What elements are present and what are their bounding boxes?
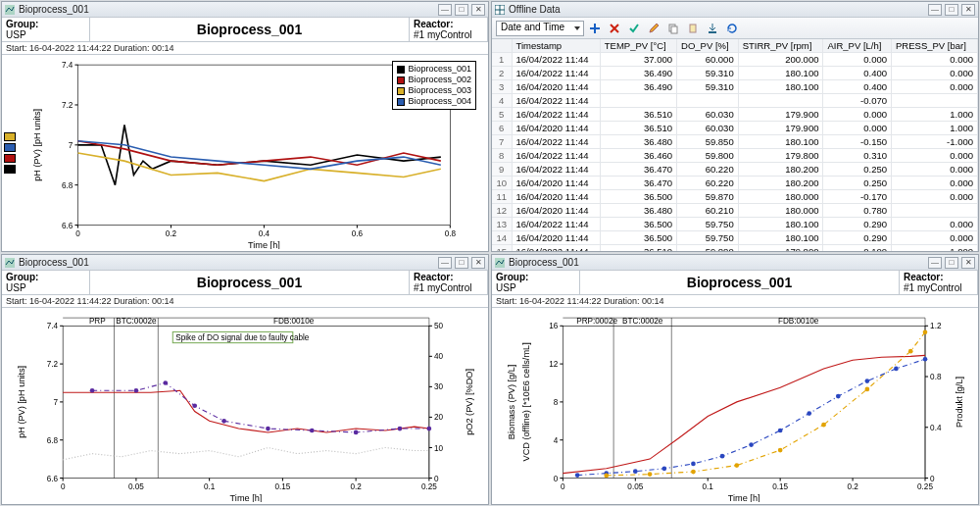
time-mode-select[interactable]: Date and Time — [496, 21, 584, 36]
svg-text:PRP:0002e: PRP:0002e — [576, 317, 617, 326]
import-icon[interactable] — [704, 20, 721, 37]
minimize-button[interactable]: ― — [438, 4, 452, 16]
group-label: Group: — [6, 19, 85, 29]
panel-titlebar[interactable]: Offline Data ― □ ✕ — [492, 2, 978, 18]
svg-text:0.4: 0.4 — [259, 229, 270, 238]
svg-text:10: 10 — [434, 444, 444, 453]
close-button[interactable]: ✕ — [471, 257, 485, 269]
svg-text:0: 0 — [561, 482, 565, 491]
close-button[interactable]: ✕ — [961, 257, 975, 269]
panel-title-text: Bioprocess_001 — [19, 4, 438, 15]
svg-point-86 — [354, 430, 359, 435]
svg-text:50: 50 — [434, 322, 444, 330]
svg-text:0: 0 — [61, 482, 66, 491]
svg-text:0.25: 0.25 — [917, 482, 933, 491]
svg-rect-89 — [495, 258, 505, 268]
svg-text:6.6: 6.6 — [62, 222, 74, 230]
panel-titlebar[interactable]: Bioprocess_001 ― □ ✕ — [2, 255, 488, 271]
process-subheader: Start: 16-04-2022 11:44:22 Duration: 00:… — [492, 295, 978, 308]
svg-rect-32 — [63, 326, 429, 478]
svg-point-80 — [134, 388, 139, 393]
reactor-label: Reactor: — [414, 272, 483, 282]
svg-text:Time [h]: Time [h] — [230, 493, 263, 502]
paste-icon[interactable] — [684, 20, 702, 37]
offline-toolbar: Date and Time — [492, 18, 978, 39]
group-value: USP — [6, 29, 85, 40]
minimize-button[interactable]: ― — [438, 257, 452, 269]
reactor-label: Reactor: — [904, 272, 973, 282]
svg-point-142 — [865, 379, 870, 383]
accept-icon[interactable] — [625, 20, 643, 37]
process-title: Bioprocess_001 — [580, 271, 900, 294]
svg-point-83 — [221, 419, 226, 424]
svg-text:0.05: 0.05 — [627, 482, 643, 491]
svg-text:VCD (offline) [*10E6 cells/mL]: VCD (offline) [*10E6 cells/mL] — [521, 342, 531, 461]
svg-point-79 — [90, 388, 95, 393]
svg-text:BTC:0002e: BTC:0002e — [116, 317, 157, 326]
svg-text:7.2: 7.2 — [47, 360, 59, 369]
process-title: Bioprocess_001 — [90, 18, 410, 41]
svg-text:PRP: PRP — [89, 317, 106, 326]
minimize-button[interactable]: ― — [928, 4, 942, 16]
svg-point-139 — [778, 429, 783, 433]
edit-icon[interactable] — [645, 20, 662, 37]
chart-tl[interactable]: 00.20.40.60.86.66.877.27.4Time [h]pH (PV… — [2, 55, 488, 251]
panel-titlebar[interactable]: Bioprocess_001 ― □ ✕ — [492, 255, 978, 271]
refresh-icon[interactable] — [723, 20, 741, 37]
reactor-label: Reactor: — [414, 19, 483, 29]
svg-text:0.15: 0.15 — [772, 482, 788, 491]
svg-point-140 — [807, 411, 811, 416]
close-button[interactable]: ✕ — [961, 4, 975, 16]
svg-point-84 — [266, 427, 270, 431]
svg-text:FDB:0010e: FDB:0010e — [273, 317, 315, 326]
svg-rect-29 — [690, 25, 696, 32]
svg-rect-28 — [671, 26, 677, 33]
offline-table[interactable]: TimestampTEMP_PV [°C]DO_PV [%]STIRR_PV [… — [492, 39, 978, 251]
svg-text:0.05: 0.05 — [128, 482, 144, 491]
svg-text:0.25: 0.25 — [421, 482, 437, 491]
svg-point-147 — [691, 470, 696, 475]
svg-text:1.2: 1.2 — [930, 322, 942, 330]
svg-rect-90 — [563, 326, 925, 478]
svg-text:FDB:0010e: FDB:0010e — [778, 317, 819, 326]
svg-text:20: 20 — [434, 413, 444, 422]
svg-text:Time [h]: Time [h] — [248, 240, 280, 249]
panel-process-bl: Bioprocess_001 ― □ ✕ Group:USP Bioproces… — [1, 254, 489, 505]
svg-point-134 — [633, 469, 638, 474]
svg-text:16: 16 — [549, 322, 559, 330]
svg-text:7: 7 — [69, 141, 74, 150]
svg-text:4: 4 — [554, 436, 559, 445]
chart-bl[interactable]: 00.050.10.150.20.256.66.877.27.4Time [h]… — [2, 308, 488, 504]
close-button[interactable]: ✕ — [471, 4, 485, 16]
process-subheader: Start: 16-04-2022 11:44:22 Duration: 00:… — [2, 295, 488, 308]
svg-text:0.1: 0.1 — [204, 482, 216, 491]
minimize-button[interactable]: ― — [928, 257, 942, 269]
svg-text:Time [h]: Time [h] — [728, 493, 760, 502]
panel-title-text: Offline Data — [509, 4, 928, 15]
svg-text:0.1: 0.1 — [703, 482, 714, 491]
maximize-button[interactable]: □ — [455, 4, 468, 16]
svg-point-149 — [778, 448, 783, 453]
svg-text:Spike of DO signal due to faul: Spike of DO signal due to faulty cable — [175, 333, 309, 342]
svg-text:0: 0 — [75, 229, 80, 238]
svg-text:8: 8 — [554, 398, 559, 407]
group-label: Group: — [496, 272, 575, 282]
chart-br[interactable]: 00.050.10.150.20.250481216Time [h]Biomas… — [492, 308, 978, 504]
add-icon[interactable] — [586, 20, 604, 37]
svg-text:7.2: 7.2 — [62, 101, 74, 110]
svg-rect-31 — [5, 258, 15, 268]
panel-process-br: Bioprocess_001 ― □ ✕ Group:USP Bioproces… — [491, 254, 979, 505]
maximize-button[interactable]: □ — [945, 257, 958, 269]
svg-text:6.8: 6.8 — [47, 436, 59, 445]
offline-table-wrap[interactable]: TimestampTEMP_PV [°C]DO_PV [%]STIRR_PV [… — [492, 39, 978, 251]
reactor-value: #1 myControl — [904, 282, 973, 293]
maximize-button[interactable]: □ — [945, 4, 958, 16]
svg-point-81 — [163, 380, 168, 385]
svg-text:7: 7 — [54, 398, 59, 407]
svg-text:6.8: 6.8 — [62, 181, 74, 190]
delete-icon[interactable] — [606, 20, 623, 37]
maximize-button[interactable]: □ — [455, 257, 468, 269]
copy-icon[interactable] — [664, 20, 682, 37]
panel-titlebar[interactable]: Bioprocess_001 ― □ ✕ — [2, 2, 488, 18]
svg-text:0.4: 0.4 — [930, 424, 942, 432]
